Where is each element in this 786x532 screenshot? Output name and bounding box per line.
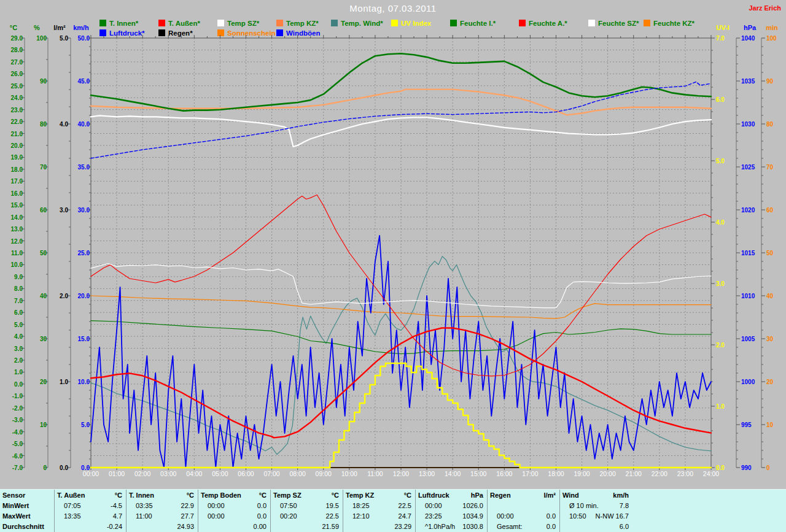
axis-tick-label-uv: 2.0 (716, 342, 734, 349)
axis-tick-label-tempC: 20.0 (0, 142, 23, 149)
table-cell: Gesamt:0.0 (487, 523, 559, 532)
axis-tick-label-tempC: 21.0 (0, 130, 23, 137)
table-col-header: Regenl/m² (487, 492, 559, 501)
axis-tick-label-hpa: 995 (741, 422, 763, 428)
axis-tick-label-tempC: -1.0 (0, 393, 23, 399)
axis-tick-label-kmh: 10.0 (68, 379, 90, 385)
table-cell: 07:05-4.5 (54, 502, 126, 511)
x-axis-label: 02:00 (129, 470, 156, 477)
axis-tick-label-tempC: -7.0 (0, 465, 23, 471)
axis-tick-label-minax: 40 (766, 293, 782, 299)
table-cell-value: 1030.8 (455, 523, 487, 532)
table-cell-value: 4.7 (81, 512, 126, 522)
axis-tick-label-tempC: 13.0 (0, 226, 23, 233)
axis-tick-label-tempC: 18.0 (0, 166, 23, 172)
table-cell: 00:001026.0 (415, 502, 487, 511)
table-col-header: LuftdruckhPa (415, 492, 487, 501)
table-cell-time: 12:10 (343, 512, 370, 522)
axis-tick-label-pct: 90 (25, 78, 47, 85)
table-cell-value: 0.0 (225, 502, 270, 511)
axis-tick-label-tempC: 27.0 (0, 58, 23, 65)
table-cell: Ø 10 min.7.8 (559, 502, 632, 511)
x-axis-label: 18:00 (543, 470, 570, 477)
axis-tick-label-minax: 90 (766, 78, 782, 85)
table-cell-value: 22.5 (370, 502, 415, 511)
axis-tick-label-tempC: -3.0 (0, 417, 23, 423)
table-col-header: T. Außen°C (54, 492, 126, 501)
table-cell: ^1.0hPa/h1030.8 (415, 523, 487, 532)
axis-tick-label-minax: 60 (766, 207, 782, 214)
table-cell: 03:3522.9 (126, 502, 198, 511)
table-col-header: Windkm/h (559, 492, 632, 501)
table-cell-time: 00:00 (487, 512, 514, 522)
table-col-name: Luftdruck (415, 492, 449, 501)
table-cell-time: 00:20 (270, 512, 297, 522)
table-cell-time (270, 523, 280, 532)
axis-tick-label-kmh: 30.0 (68, 207, 90, 214)
axis-tick-label-tempC: -4.0 (0, 428, 23, 435)
table-cell-time (198, 523, 208, 532)
axis-tick-label-hpa: 1005 (741, 336, 763, 342)
x-axis-label: 12:00 (387, 470, 414, 477)
axis-tick-label-tempC: 1.0 (0, 369, 23, 376)
axis-tick-label-tempC: 25.0 (0, 82, 23, 89)
table-col-name: T. Innen (126, 492, 154, 501)
axis-tick-label-kmh: 50.0 (68, 35, 90, 42)
axis-tick-label-kmh: 15.0 (68, 336, 90, 342)
axis-tick-label-pct: 70 (25, 164, 47, 171)
x-axis-label: 24:00 (698, 470, 725, 477)
table-cell: 10:50N-NW 16.7 (559, 512, 632, 522)
x-axis-label: 08:00 (284, 470, 311, 477)
table-cell-time: 18:25 (343, 502, 370, 511)
table-cell-time (559, 523, 569, 532)
table-col-name: Temp SZ (270, 492, 302, 501)
table-row-label: MaxWert (2, 512, 31, 520)
table-row-label: Durchschnitt (2, 523, 44, 530)
axis-tick-label-pct: 20 (25, 379, 47, 385)
table-col-unit: °C (85, 492, 126, 501)
plot-area (0, 0, 786, 532)
table-cell: 00:000.0 (487, 512, 559, 522)
axis-tick-label-lm2: 3.0 (47, 207, 68, 214)
table-col-name: Temp KZ (343, 492, 374, 501)
table-cell: 18:2522.5 (343, 502, 415, 511)
table-cell-value: 0.0 (523, 523, 559, 532)
axis-tick-label-uv: 6.0 (716, 96, 734, 103)
table-cell: 00:000.0 (198, 502, 270, 511)
axis-tick-label-minax: 50 (766, 250, 782, 256)
axis-tick-label-hpa: 990 (741, 465, 763, 471)
axis-tick-label-minax: 20 (766, 379, 782, 385)
table-cell-value: N-NW 16.7 (586, 512, 632, 522)
axis-tick-label-hpa: 1020 (741, 207, 763, 214)
x-axis-label: 01:00 (103, 470, 130, 477)
table-cell: 23.29 (343, 523, 415, 532)
table-cell-value: -4.5 (81, 502, 126, 511)
axis-tick-label-tempC: -5.0 (0, 441, 23, 447)
axis-tick-label-minax: 10 (766, 422, 782, 428)
table-cell-value: 0.0 (225, 512, 270, 522)
table-cell: 21.59 (270, 523, 343, 532)
axis-tick-label-tempC: 22.0 (0, 118, 23, 125)
table-cell: 6.0 (559, 523, 632, 532)
table-col-unit: °C (154, 492, 198, 501)
table-col-name: Wind (559, 492, 579, 501)
axis-tick-label-tempC: 16.0 (0, 190, 23, 196)
table-col-unit: °C (302, 492, 343, 501)
weather-chart-window: { "window": { "title": "Montag, 07.03.20… (0, 0, 786, 532)
axis-tick-label-uv: 4.0 (716, 219, 734, 226)
table-cell-value (497, 502, 559, 511)
table-cell-value: 22.9 (153, 502, 198, 511)
x-axis-label: 23:00 (672, 470, 699, 477)
axis-tick-label-uv: 3.0 (716, 280, 734, 287)
table-cell-value: 1026.0 (442, 502, 487, 511)
axis-tick-label-tempC: 10.0 (0, 261, 23, 268)
x-axis-label: 10:00 (336, 470, 363, 477)
axis-tick-label-lm2: 0.0 (47, 465, 68, 471)
axis-tick-label-tempC: 24.0 (0, 94, 23, 101)
table-cell-time: 23:25 (415, 512, 442, 522)
table-cell-time: 07:50 (270, 502, 297, 511)
table-cell-value: 27.7 (152, 512, 198, 522)
axis-tick-label-tempC: 17.0 (0, 178, 23, 185)
x-axis-label: 04:00 (181, 470, 208, 477)
axis-tick-label-tempC: 29.0 (0, 35, 23, 42)
